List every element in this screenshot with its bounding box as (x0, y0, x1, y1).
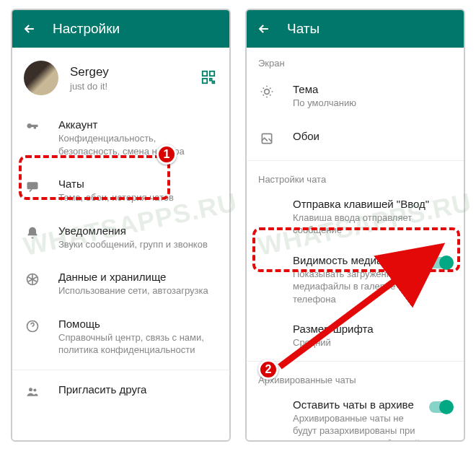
item-title: Пригласить друга (58, 383, 218, 396)
step-badge-1: 1 (157, 144, 177, 165)
svg-point-8 (29, 388, 32, 391)
svg-point-9 (33, 388, 36, 391)
item-subtitle: Клавиша ввода отправляет сообщение (293, 211, 452, 237)
chats-settings-screen: Чаты Экран Тема По умолчанию Обои Настро… (245, 9, 465, 442)
settings-item-chats[interactable]: Чаты Тема, обои, история чатов (12, 167, 229, 214)
item-title: Данные и хранилище (58, 271, 218, 283)
section-archived: Архивированные чаты (247, 364, 464, 390)
page-title: Настройки (53, 21, 120, 37)
item-title: Аккаунт (58, 118, 218, 131)
item-subtitle: Архивированные чаты не будут разархивиро… (293, 412, 429, 440)
settings-item-help[interactable]: Помощь Справочный центр, связь с нами, п… (12, 307, 229, 367)
app-header: Настройки (12, 10, 229, 48)
app-header: Чаты (247, 10, 464, 48)
item-title: Размер шрифта (293, 323, 452, 335)
svg-rect-1 (210, 71, 214, 76)
enter-send-item[interactable]: Отправка клавишей "Ввод" Клавиша ввода о… (247, 189, 464, 245)
keep-archived-item[interactable]: Оставить чаты в архиве Архивированные ча… (247, 390, 464, 440)
bell-icon (24, 224, 41, 242)
item-title: Чаты (58, 178, 218, 190)
avatar (24, 61, 58, 95)
settings-item-invite[interactable]: Пригласить друга (12, 373, 229, 411)
profile-name: Sergey (70, 65, 200, 79)
section-chat-settings: Настройки чата (247, 164, 464, 189)
theme-item[interactable]: Тема По умолчанию (247, 73, 464, 120)
item-subtitle: Использование сети, автозагрузка (58, 284, 218, 297)
qr-icon[interactable] (200, 69, 218, 87)
theme-icon (258, 83, 276, 100)
svg-point-10 (265, 90, 270, 95)
item-subtitle: Звуки сообщений, групп и звонков (58, 238, 218, 251)
item-title: Помощь (58, 318, 218, 330)
item-subtitle: Тема, обои, история чатов (58, 191, 218, 204)
item-subtitle: Показывать загруженные медиафайлы в гале… (293, 268, 429, 306)
profile-status: just do it! (70, 81, 200, 92)
item-subtitle: По умолчанию (293, 97, 452, 110)
help-icon (24, 318, 41, 335)
settings-item-account[interactable]: Аккаунт Конфиденциальность, безопасность… (12, 108, 229, 167)
media-visibility-item[interactable]: Видимость медиа Показывать загруженные м… (247, 245, 464, 315)
step-badge-2: 2 (258, 359, 278, 380)
wallpaper-icon (258, 130, 276, 147)
svg-rect-5 (27, 182, 38, 189)
wallpaper-item[interactable]: Обои (247, 120, 464, 157)
settings-item-storage[interactable]: Данные и хранилище Использование сети, а… (12, 261, 229, 307)
svg-rect-3 (210, 79, 212, 81)
people-icon (24, 383, 41, 401)
back-icon[interactable] (21, 20, 38, 38)
back-icon[interactable] (255, 20, 273, 38)
settings-screen: Настройки Sergey just do it! Аккаунт Кон… (11, 9, 231, 442)
font-size-item[interactable]: Размер шрифта Средний (247, 314, 464, 358)
item-subtitle: Средний (293, 336, 452, 349)
svg-rect-2 (203, 79, 207, 83)
page-title: Чаты (287, 21, 319, 37)
item-title: Обои (293, 130, 452, 142)
settings-item-notifications[interactable]: Уведомления Звуки сообщений, групп и зво… (12, 214, 229, 261)
item-title: Тема (293, 83, 452, 95)
keep-archived-toggle[interactable] (429, 401, 452, 413)
data-icon (24, 271, 41, 288)
key-icon (24, 118, 41, 136)
profile-row[interactable]: Sergey just do it! (12, 48, 229, 108)
item-title: Уведомления (58, 224, 218, 237)
media-visibility-toggle[interactable] (429, 257, 452, 269)
item-subtitle: Конфиденциальность, безопасность, смена … (58, 132, 218, 157)
svg-rect-0 (203, 71, 207, 76)
item-subtitle: Справочный центр, связь с нами, политика… (58, 331, 218, 357)
item-title: Видимость медиа (293, 254, 429, 266)
section-display: Экран (247, 48, 464, 73)
item-title: Оставить чаты в архиве (293, 398, 429, 411)
svg-rect-4 (213, 82, 215, 84)
chat-icon (24, 178, 41, 195)
item-title: Отправка клавишей "Ввод" (293, 198, 452, 210)
